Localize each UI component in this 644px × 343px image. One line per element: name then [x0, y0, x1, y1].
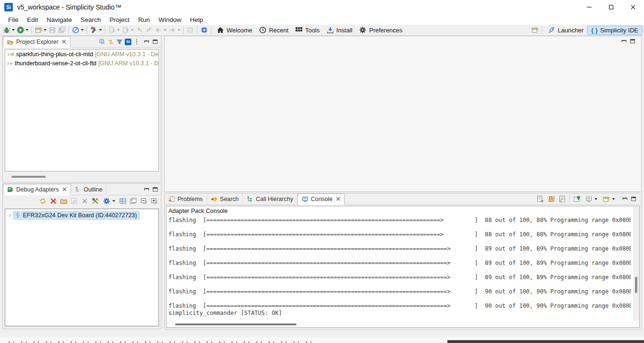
back-button[interactable]: [154, 26, 168, 34]
scrollbar-thumb[interactable]: [635, 277, 637, 293]
debug-button[interactable]: [2, 26, 16, 34]
filter-button[interactable]: [115, 38, 124, 46]
dropdown-arrow-icon[interactable]: [612, 198, 615, 200]
open-perspective-button[interactable]: [530, 26, 540, 34]
collapse-all-button[interactable]: [98, 38, 107, 46]
console-hscrollbar[interactable]: [167, 321, 633, 327]
menu-navigate[interactable]: Navigate: [42, 15, 76, 24]
minimize-button[interactable]: [578, 0, 600, 14]
close-icon[interactable]: [62, 187, 67, 192]
dropdown-arrow-icon[interactable]: [44, 29, 47, 31]
adapter-tools-icon[interactable]: [91, 197, 99, 205]
selected-adapter-row[interactable]: EFR32xG24 Dev Kit Board (ID:440272723): [14, 212, 139, 219]
project-explorer-hscrollbar[interactable]: [5, 173, 159, 180]
tree-item-project[interactable]: › C sparkfun-thing-plus-ot-cli-mtd [GNU …: [5, 50, 159, 59]
minimize-editor-button[interactable]: [622, 40, 626, 42]
chevron-right-icon[interactable]: ›: [7, 60, 9, 67]
word-wrap-icon[interactable]: [558, 195, 566, 203]
forward-button[interactable]: [168, 26, 181, 34]
maximize-view-button[interactable]: [153, 40, 158, 44]
maximize-button[interactable]: [600, 0, 622, 14]
minimize-view-button[interactable]: [144, 40, 149, 43]
tree-item-project[interactable]: › C thunderboard-sense-2-ot-cli-ftd [GNU…: [5, 59, 159, 68]
menu-search[interactable]: Search: [76, 15, 105, 24]
perspective-launcher-button[interactable]: Launcher: [544, 26, 587, 34]
menu-file[interactable]: File: [4, 15, 23, 24]
flash-programmer-button[interactable]: [71, 26, 85, 34]
pin-console-icon[interactable]: [573, 195, 581, 203]
dropdown-arrow-icon[interactable]: [26, 29, 29, 31]
close-button[interactable]: [622, 0, 644, 14]
forward-history-button[interactable]: [144, 26, 154, 34]
refresh-icon[interactable]: [39, 197, 47, 205]
menu-run[interactable]: Run: [134, 15, 154, 24]
new-group-icon[interactable]: [60, 197, 68, 205]
last-edit-location-button[interactable]: [107, 26, 121, 34]
preferences-button[interactable]: Preferences: [356, 26, 406, 34]
simplicity-view-button[interactable]: Si: [124, 38, 132, 46]
chevron-right-icon[interactable]: ›: [7, 212, 13, 219]
next-edit-location-button[interactable]: [121, 26, 135, 34]
dropdown-arrow-icon[interactable]: [117, 29, 120, 31]
collapse-all-icon[interactable]: [140, 197, 148, 205]
open-console-button[interactable]: [602, 195, 616, 203]
perspective-simplicity-ide-button[interactable]: { } Simplicity IDE: [587, 26, 642, 34]
new-wizard-button[interactable]: [34, 26, 48, 34]
close-icon[interactable]: [62, 40, 66, 44]
pin-editor-button[interactable]: [186, 26, 195, 34]
dropdown-arrow-icon[interactable]: [81, 29, 84, 31]
tree-item-adapter[interactable]: › EFR32xG24 Dev Kit Board (ID:440272723): [5, 211, 159, 220]
rename-icon[interactable]: [70, 197, 78, 205]
table-view-icon[interactable]: [119, 197, 127, 205]
dropdown-arrow-icon[interactable]: [178, 29, 180, 31]
scrollbar-thumb[interactable]: [11, 176, 46, 178]
dropdown-arrow-icon[interactable]: [112, 200, 115, 202]
save-button[interactable]: [48, 26, 57, 34]
copy-view-icon[interactable]: [129, 197, 137, 205]
recent-button[interactable]: Recent: [256, 26, 292, 34]
view-menu-button[interactable]: [132, 38, 141, 46]
delete-icon[interactable]: [81, 197, 89, 205]
back-history-button[interactable]: [135, 26, 144, 34]
dropdown-arrow-icon[interactable]: [12, 29, 15, 31]
disconnect-icon[interactable]: [50, 197, 57, 205]
minimize-view-button[interactable]: [623, 198, 627, 200]
link-with-editor-button[interactable]: [107, 38, 115, 46]
scroll-lock-icon[interactable]: [547, 195, 555, 203]
display-console-button[interactable]: [584, 195, 598, 203]
close-icon[interactable]: [336, 197, 340, 201]
dropdown-arrow-icon[interactable]: [164, 29, 167, 31]
tab-outline[interactable]: Outline: [71, 184, 107, 195]
tab-console[interactable]: Console: [297, 193, 345, 205]
menu-project[interactable]: Project: [105, 15, 134, 24]
install-button[interactable]: Install: [323, 26, 356, 34]
maximize-view-button[interactable]: [153, 187, 158, 192]
device-configuration-button[interactable]: [199, 26, 209, 34]
maximize-editor-button[interactable]: [630, 39, 635, 43]
tab-search[interactable]: Search: [207, 193, 243, 205]
save-all-button[interactable]: [57, 26, 67, 34]
build-button[interactable]: [89, 26, 103, 34]
tab-project-explorer[interactable]: Project Explorer: [3, 36, 70, 48]
expand-all-icon[interactable]: [150, 197, 158, 205]
run-button[interactable]: [16, 26, 30, 34]
console-output[interactable]: flashing [==============================…: [167, 215, 631, 317]
dropdown-arrow-icon[interactable]: [99, 29, 102, 31]
dropdown-arrow-icon[interactable]: [131, 29, 134, 31]
scrollbar-thumb[interactable]: [175, 323, 297, 325]
tab-problems[interactable]: Problems: [165, 193, 207, 205]
console-vscrollbar[interactable]: [633, 206, 639, 321]
clear-console-icon[interactable]: [536, 195, 544, 203]
tab-debug-adapters[interactable]: Debug Adapters: [3, 184, 71, 195]
menu-window[interactable]: Window: [154, 15, 186, 24]
maximize-view-button[interactable]: [631, 197, 636, 201]
menu-help[interactable]: Help: [186, 15, 208, 24]
menu-edit[interactable]: Edit: [23, 15, 42, 24]
adapter-settings-button[interactable]: [102, 197, 116, 205]
tools-button[interactable]: Tools: [292, 26, 323, 34]
tab-call-hierarchy[interactable]: Call Hierarchy: [243, 193, 297, 205]
chevron-right-icon[interactable]: ›: [7, 50, 10, 58]
welcome-button[interactable]: Welcome: [213, 26, 256, 34]
dropdown-arrow-icon[interactable]: [594, 198, 597, 200]
minimize-view-button[interactable]: [144, 188, 149, 191]
